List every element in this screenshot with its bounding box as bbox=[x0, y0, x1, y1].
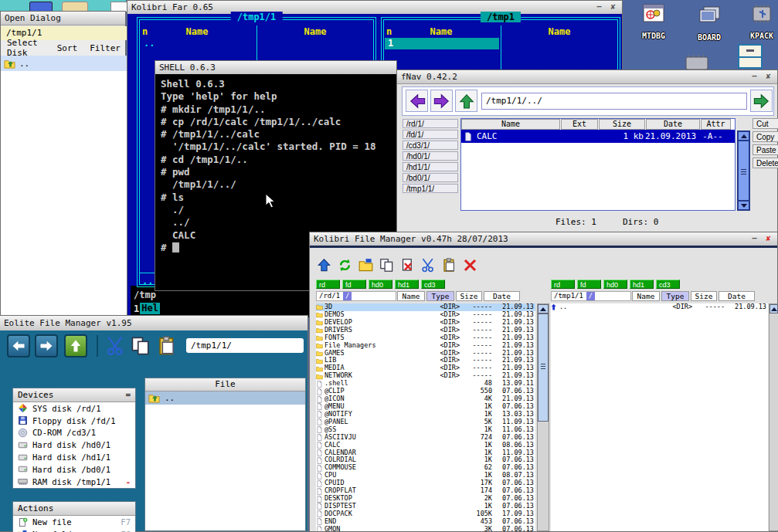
up-button[interactable] bbox=[64, 334, 87, 357]
device-button-hd1[interactable]: hd1 bbox=[630, 280, 654, 289]
column-header-ext[interactable]: Ext bbox=[561, 119, 598, 130]
kfm-titlebar[interactable]: Kolibri File Manager v0.47h 28/07/2013 —… bbox=[310, 232, 777, 246]
far-cmdline[interactable]: /tmp bbox=[134, 290, 156, 300]
kfm-right-path[interactable]: /tmp1/1/ bbox=[551, 291, 631, 301]
fnav-drive-fd1[interactable]: /fd/1/ bbox=[403, 130, 458, 139]
fnav-drive-tmp11[interactable]: /tmp1/1/ bbox=[403, 184, 458, 193]
column-header-size[interactable]: Size bbox=[599, 119, 645, 130]
kfm-close-button[interactable]: ✘ bbox=[763, 235, 773, 243]
fnav-scrollbar[interactable] bbox=[737, 130, 750, 211]
shell-titlebar[interactable]: SHELL 0.6.3 bbox=[155, 61, 396, 75]
scroll-up-icon[interactable] bbox=[738, 131, 749, 141]
fnav-titlebar[interactable]: fNav 0.42.2 — ✘ bbox=[397, 70, 777, 84]
refresh-button[interactable] bbox=[337, 257, 352, 273]
device-button-hd1[interactable]: hd1 bbox=[395, 280, 419, 289]
kfm-right-file-list[interactable]: ..<DIR>-----21.09.13 bbox=[551, 303, 768, 531]
far-minimize-button[interactable]: — bbox=[594, 3, 604, 12]
device-item[interactable]: CD-ROM /cd3/1 bbox=[13, 427, 135, 439]
desktop-icon-mtdbg[interactable]: MTDBG bbox=[632, 3, 675, 40]
cabinet-icon[interactable] bbox=[736, 43, 765, 69]
forward-button[interactable] bbox=[35, 334, 58, 357]
device-button-fd[interactable]: fd bbox=[342, 280, 366, 289]
column-header-size[interactable]: Size bbox=[456, 291, 482, 301]
cut-icon[interactable] bbox=[106, 336, 126, 356]
open-dialog-titlebar[interactable]: Open Dialog bbox=[1, 12, 125, 25]
column-header-size[interactable]: Size bbox=[691, 291, 717, 301]
far-titlebar[interactable]: Kolibri Far 0.65 — ✘ bbox=[127, 1, 622, 15]
device-button-cd3[interactable]: cd3 bbox=[656, 280, 680, 289]
column-header-name[interactable]: Name bbox=[461, 119, 560, 130]
file-row[interactable]: .. bbox=[145, 391, 305, 405]
device-item[interactable]: SYS disk /rd/1 bbox=[13, 402, 135, 415]
far-keybar-button[interactable]: Hel bbox=[140, 303, 160, 314]
scroll-down-icon[interactable] bbox=[738, 201, 749, 210]
desktop-icon-board[interactable]: BOARD bbox=[688, 5, 731, 42]
kfm-file-row[interactable]: GMON3K07.06.13 bbox=[316, 526, 535, 531]
up-button[interactable] bbox=[316, 257, 331, 273]
device-button-rd[interactable]: rd bbox=[551, 280, 575, 289]
slash-button[interactable]: / bbox=[343, 292, 352, 300]
paste-button[interactable] bbox=[441, 257, 457, 273]
device-button-fd[interactable]: fd bbox=[577, 280, 601, 289]
kfm-right-scrollbar[interactable] bbox=[769, 303, 778, 531]
copy-button[interactable]: Copy bbox=[753, 131, 778, 142]
cut-button[interactable]: Cut bbox=[753, 118, 778, 129]
column-header-type[interactable]: Type bbox=[426, 291, 454, 301]
device-button-hd0[interactable]: hd0 bbox=[603, 280, 627, 289]
chip-icon-partial[interactable] bbox=[683, 54, 711, 69]
device-button-hd0[interactable]: hd0 bbox=[369, 280, 392, 289]
list-item[interactable]: .. bbox=[1, 56, 127, 71]
column-header-type[interactable]: Type bbox=[661, 291, 689, 301]
device-item[interactable]: Hard disk /hd0/1 bbox=[13, 439, 135, 451]
column-header-date[interactable]: Date bbox=[719, 291, 755, 301]
fnav-drive-hd11[interactable]: /hd1/1/ bbox=[403, 162, 458, 171]
device-item[interactable]: RAM disk /tmp1/1- bbox=[13, 476, 135, 488]
fnav-drive-bd01[interactable]: /bd0/1/ bbox=[403, 173, 458, 182]
scroll-up-icon[interactable] bbox=[538, 304, 549, 313]
fnav-file-row[interactable]: CALC1 kb21.09.2013-A-- bbox=[461, 130, 735, 143]
paste-button[interactable]: Paste bbox=[753, 144, 778, 155]
column-header-attr[interactable]: Attr bbox=[701, 119, 731, 130]
column-header-date[interactable]: Date bbox=[484, 291, 520, 301]
devices-menu-icon[interactable]: = bbox=[125, 390, 131, 400]
eject-icon[interactable]: - bbox=[126, 477, 131, 486]
delete-button[interactable] bbox=[462, 257, 477, 273]
column-header-name[interactable]: Name bbox=[397, 291, 425, 301]
fnav-minimize-button[interactable]: — bbox=[749, 73, 759, 81]
far-panel-item[interactable]: 1 bbox=[385, 38, 499, 49]
fnav-drive-cd31[interactable]: /cd3/1/ bbox=[403, 141, 458, 150]
copy-button[interactable] bbox=[379, 257, 394, 273]
fnav-close-button[interactable]: ✘ bbox=[763, 73, 773, 81]
delete-button[interactable]: Delete bbox=[753, 158, 778, 168]
device-button-rd[interactable]: rd bbox=[316, 280, 340, 289]
back-button[interactable] bbox=[406, 90, 428, 112]
new-folder-button[interactable] bbox=[358, 257, 373, 273]
file-column-header[interactable]: File bbox=[145, 378, 305, 391]
device-item[interactable]: Hard disk /bd0/1 bbox=[13, 463, 135, 476]
cut-button[interactable] bbox=[420, 257, 436, 273]
kfm-left-path[interactable]: /rd/1/ bbox=[316, 291, 396, 301]
scroll-up-icon[interactable] bbox=[770, 304, 778, 313]
action-item-new-file[interactable]: New fileF7 bbox=[13, 516, 135, 528]
copy-icon[interactable] bbox=[131, 336, 151, 356]
desktop-icon-kpack[interactable]: KPACK bbox=[740, 3, 778, 40]
device-item[interactable]: Floppy disk /fd/1 bbox=[13, 415, 135, 427]
devices-header[interactable]: Devices = bbox=[13, 388, 135, 402]
device-button-cd3[interactable]: cd3 bbox=[421, 280, 445, 289]
fnav-drive-rd1[interactable]: /rd/1/ bbox=[403, 119, 458, 128]
kfm-left-scrollbar[interactable] bbox=[537, 303, 549, 531]
action-item-new-folder[interactable]: New folderF6 bbox=[13, 528, 135, 532]
far-panel-item[interactable]: .. bbox=[144, 38, 155, 49]
forward-button[interactable] bbox=[430, 90, 453, 112]
kfm-minimize-button[interactable]: — bbox=[749, 235, 759, 243]
go-button[interactable] bbox=[750, 90, 773, 112]
up-button[interactable] bbox=[455, 90, 477, 112]
far-close-button[interactable]: ✘ bbox=[608, 3, 618, 12]
eolite-path-field[interactable]: /tmp1/1/ bbox=[186, 338, 304, 353]
fnav-drive-hd01[interactable]: /hd0/1/ bbox=[403, 151, 458, 161]
column-header-name[interactable]: Name bbox=[632, 291, 660, 301]
kfm-file-row[interactable]: ..<DIR>-----21.09.13 bbox=[551, 303, 768, 311]
device-item[interactable]: Hard disk /hd1/1 bbox=[13, 451, 135, 463]
cancel-button[interactable] bbox=[399, 257, 415, 273]
column-header-date[interactable]: Date bbox=[646, 119, 700, 130]
